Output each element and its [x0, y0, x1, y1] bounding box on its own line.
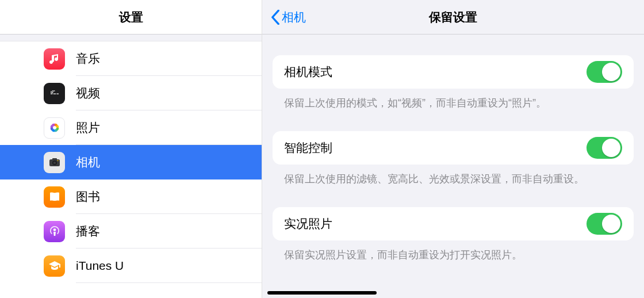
- music-icon: [44, 48, 65, 70]
- itunesu-icon: [44, 255, 65, 277]
- setting-row: 实况照片: [273, 207, 634, 240]
- sidebar-item-label: 音乐: [76, 51, 100, 67]
- video-icon: tv: [44, 83, 65, 104]
- back-label: 相机: [282, 9, 306, 25]
- sidebar-item-video[interactable]: tv 视频: [0, 76, 262, 110]
- setting-description: 保留上次使用的滤镜、宽高比、光效或景深设置，而非自动重设。: [273, 165, 634, 186]
- sidebar-header: 设置: [0, 0, 262, 35]
- photos-icon: [44, 117, 65, 139]
- sidebar-item-label: 播客: [76, 223, 100, 239]
- setting-label: 实况照片: [284, 216, 332, 232]
- setting-group-smart-controls: 智能控制 保留上次使用的滤镜、宽高比、光效或景深设置，而非自动重设。: [273, 131, 634, 186]
- sidebar-item-itunesu[interactable]: iTunes U: [0, 249, 262, 283]
- books-icon: [44, 186, 65, 208]
- setting-row: 智能控制: [273, 131, 634, 165]
- svg-point-12: [53, 162, 56, 165]
- detail-header: 相机 保留设置: [262, 0, 644, 35]
- sidebar-item-label: 相机: [76, 154, 100, 170]
- setting-group-camera-mode: 相机模式 保留上次使用的模式，如“视频”，而非自动重设为“照片”。: [273, 55, 634, 110]
- setting-label: 智能控制: [284, 140, 332, 156]
- sidebar-list: 音乐 tv 视频: [0, 41, 262, 298]
- setting-label: 相机模式: [284, 64, 332, 80]
- sidebar-item-photos[interactable]: 照片: [0, 110, 262, 145]
- svg-point-13: [57, 160, 58, 161]
- settings-sidebar: 设置 音乐 tv 视频: [0, 0, 262, 298]
- setting-description: 保留实况照片设置，而非自动重设为打开实况照片。: [273, 240, 634, 262]
- chevron-left-icon: [270, 10, 281, 25]
- app-root: 设置 音乐 tv 视频: [0, 0, 644, 298]
- setting-group-live-photo: 实况照片 保留实况照片设置，而非自动重设为打开实况照片。: [273, 207, 634, 262]
- sidebar-spacer: [0, 35, 262, 41]
- sidebar-item-music[interactable]: 音乐: [0, 41, 262, 76]
- svg-point-14: [53, 228, 56, 231]
- back-button[interactable]: 相机: [270, 9, 306, 25]
- podcast-icon: [44, 221, 65, 242]
- setting-row: 相机模式: [273, 55, 634, 89]
- sidebar-title: 设置: [119, 9, 143, 25]
- detail-title: 保留设置: [429, 9, 477, 25]
- camera-mode-toggle[interactable]: [586, 61, 622, 83]
- sidebar-item-podcast[interactable]: 播客: [0, 214, 262, 249]
- sidebar-item-camera[interactable]: 相机: [0, 145, 262, 179]
- svg-rect-10: [52, 158, 57, 160]
- smart-controls-toggle[interactable]: [586, 137, 622, 159]
- detail-body: 相机模式 保留上次使用的模式，如“视频”，而非自动重设为“照片”。 智能控制 保…: [262, 35, 644, 298]
- setting-description: 保留上次使用的模式，如“视频”，而非自动重设为“照片”。: [273, 89, 634, 110]
- sidebar-item-label: 图书: [76, 189, 100, 205]
- sidebar-item-label: 视频: [76, 85, 100, 101]
- camera-icon: [44, 152, 65, 173]
- sidebar-item-label: iTunes U: [76, 259, 124, 273]
- detail-pane: 相机 保留设置 相机模式 保留上次使用的模式，如“视频”，而非自动重设为“照片”…: [262, 0, 644, 298]
- sidebar-item-books[interactable]: 图书: [0, 179, 262, 214]
- sidebar-item-label: 照片: [76, 120, 100, 136]
- home-indicator: [267, 291, 377, 295]
- live-photo-toggle[interactable]: [586, 213, 622, 235]
